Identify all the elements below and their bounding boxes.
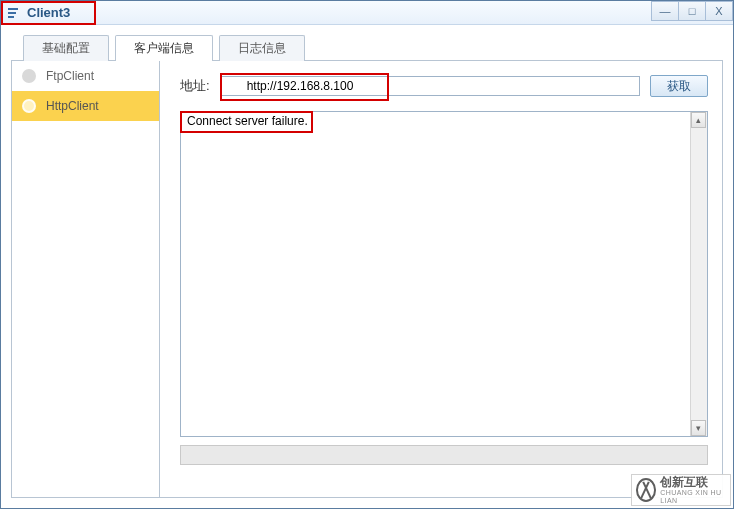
- tab-label: 基础配置: [42, 40, 90, 57]
- close-button[interactable]: X: [705, 1, 733, 21]
- sidebar-item-label: FtpClient: [46, 69, 94, 83]
- scroll-down-icon[interactable]: ▾: [691, 420, 706, 436]
- application-window: Client3 — □ X 基础配置 客户端信息 日志信息 FtpClient: [0, 0, 734, 509]
- watermark-badge: 创新互联 CHUANG XIN HU LIAN: [631, 474, 731, 506]
- titlebar: Client3 — □ X: [1, 1, 733, 25]
- watermark-en: CHUANG XIN HU LIAN: [660, 489, 726, 504]
- scrollbar[interactable]: ▴ ▾: [690, 112, 707, 436]
- sidebar-item-httpclient[interactable]: HttpClient: [12, 91, 159, 121]
- tab-log-info[interactable]: 日志信息: [219, 35, 305, 61]
- sidebar-item-ftpclient[interactable]: FtpClient: [12, 61, 159, 91]
- scroll-up-icon[interactable]: ▴: [691, 112, 706, 128]
- main-panel: 地址: 获取 Connect server failure. ▴ ▾: [160, 61, 722, 497]
- watermark-logo-icon: [636, 478, 656, 502]
- window-controls: — □ X: [652, 1, 733, 21]
- fetch-button[interactable]: 获取: [650, 75, 708, 97]
- watermark-text: 创新互联 CHUANG XIN HU LIAN: [660, 476, 726, 505]
- tab-label: 日志信息: [238, 40, 286, 57]
- output-textarea[interactable]: Connect server failure. ▴ ▾: [180, 111, 708, 437]
- content-panel: FtpClient HttpClient 地址: 获取 Connect serv…: [11, 61, 723, 498]
- address-label: 地址:: [180, 77, 210, 95]
- status-bar: [180, 445, 708, 465]
- maximize-button[interactable]: □: [678, 1, 706, 21]
- tabs-row: 基础配置 客户端信息 日志信息: [1, 25, 733, 61]
- status-dot-icon: [22, 99, 36, 113]
- fetch-button-label: 获取: [667, 78, 691, 95]
- watermark-cn: 创新互联: [660, 476, 726, 489]
- window-title: Client3: [27, 5, 70, 20]
- address-row: 地址: 获取: [180, 75, 708, 97]
- tab-client-info[interactable]: 客户端信息: [115, 35, 213, 61]
- app-icon: [5, 5, 21, 21]
- output-text: Connect server failure.: [181, 112, 689, 436]
- tab-basic-config[interactable]: 基础配置: [23, 35, 109, 61]
- sidebar-item-label: HttpClient: [46, 99, 99, 113]
- status-dot-icon: [22, 69, 36, 83]
- tab-label: 客户端信息: [134, 40, 194, 57]
- address-input[interactable]: [220, 76, 640, 96]
- minimize-button[interactable]: —: [651, 1, 679, 21]
- address-input-wrap: [220, 76, 640, 96]
- client-sidebar: FtpClient HttpClient: [12, 61, 160, 497]
